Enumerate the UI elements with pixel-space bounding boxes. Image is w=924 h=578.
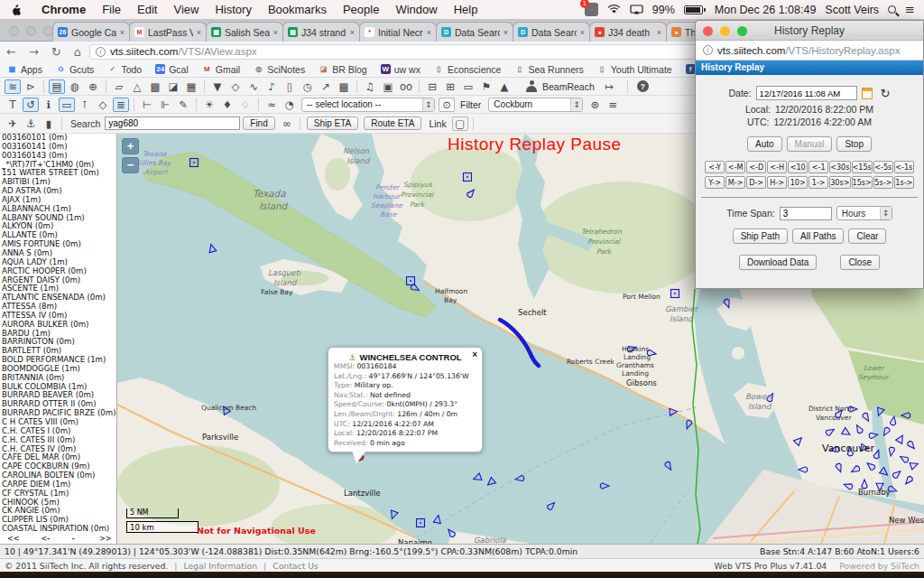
step-back-button[interactable]: <-1 bbox=[808, 161, 828, 173]
chart-box-icon[interactable]: ▩ bbox=[147, 79, 163, 94]
chat-icon[interactable]: ▭ bbox=[460, 79, 476, 94]
ship-path-button[interactable]: Ship Path bbox=[733, 228, 788, 244]
voicemail-icon[interactable]: oo bbox=[398, 79, 414, 94]
fleet-icon[interactable]: ▤ bbox=[49, 79, 65, 94]
info-icon[interactable]: ℹ bbox=[41, 98, 57, 112]
time-span-input[interactable] bbox=[780, 207, 832, 220]
auto-button[interactable]: Auto bbox=[747, 136, 782, 152]
zone-icon[interactable]: ◇ bbox=[227, 79, 244, 94]
popup-close-icon[interactable]: × bbox=[472, 350, 477, 359]
layers-icon[interactable]: ≋ bbox=[5, 79, 21, 94]
wifi-icon[interactable] bbox=[607, 5, 621, 14]
bookmark-gcal[interactable]: 24Gcal bbox=[155, 64, 189, 75]
filter-select[interactable]: Cockburn↕ bbox=[488, 98, 583, 112]
history-clock-icon[interactable]: ◷ bbox=[300, 79, 316, 94]
back-button[interactable]: ← bbox=[0, 45, 23, 59]
tab-close-icon[interactable]: × bbox=[273, 28, 278, 37]
tab-4[interactable]: ▤J34 strand× bbox=[282, 22, 360, 42]
close-button[interactable]: Close bbox=[840, 255, 880, 270]
alarm-bell-icon[interactable]: ♫ bbox=[362, 79, 378, 94]
zoom-window-button[interactable] bbox=[737, 26, 747, 36]
draw-icon[interactable]: ✎ bbox=[175, 98, 191, 112]
menu-user[interactable]: Scott Veirs bbox=[825, 4, 879, 16]
step-back-button[interactable]: <10 bbox=[788, 161, 808, 173]
close-window-button[interactable] bbox=[9, 26, 19, 36]
link-label[interactable]: Link bbox=[429, 118, 446, 129]
replay-date-input[interactable] bbox=[756, 86, 857, 100]
tab-close-icon[interactable]: × bbox=[504, 28, 508, 37]
label-balloon-icon[interactable]: ▭ bbox=[59, 98, 75, 112]
bookmark-econscience[interactable]: ▯Econscience bbox=[434, 64, 502, 75]
home-button[interactable]: ⌂ bbox=[68, 45, 88, 59]
ship-icon[interactable]: ⚓ bbox=[23, 117, 39, 131]
doc-stack-icon[interactable]: ▣ bbox=[380, 79, 396, 94]
time-span-unit-select[interactable]: Hours↕ bbox=[836, 206, 892, 220]
tab-close-icon[interactable]: × bbox=[197, 28, 201, 37]
binoculars-icon[interactable]: ∞ bbox=[279, 117, 295, 131]
light-icon[interactable]: ☀ bbox=[201, 98, 217, 112]
step-back-button[interactable]: <30s bbox=[829, 161, 850, 173]
tab-close-icon[interactable]: × bbox=[350, 28, 355, 37]
tab-2[interactable]: MLastPass V× bbox=[129, 22, 207, 42]
report-icon[interactable]: ▯ bbox=[282, 79, 298, 94]
tab-3[interactable]: ▤Salish Sea× bbox=[206, 22, 283, 42]
stop-button[interactable]: Stop bbox=[836, 136, 872, 152]
menu-item-help[interactable]: Help bbox=[446, 3, 486, 16]
menu-item-chrome[interactable]: Chrome bbox=[33, 3, 94, 16]
bookmark-apps[interactable]: ▦Apps bbox=[7, 64, 42, 75]
clear-button[interactable]: Clear bbox=[848, 228, 886, 244]
route-nodes-icon[interactable]: ∿ bbox=[245, 79, 262, 94]
inbox-down-icon[interactable]: ⊟ bbox=[424, 79, 440, 94]
refresh-icon[interactable]: ↻ bbox=[881, 87, 891, 100]
tab-close-icon[interactable]: × bbox=[657, 28, 661, 37]
globe-grid-icon[interactable]: ⊕ bbox=[85, 79, 101, 94]
menu-item-window[interactable]: Window bbox=[387, 3, 445, 16]
search-input[interactable] bbox=[105, 117, 240, 130]
route-eta-button[interactable]: Route ETA bbox=[364, 117, 421, 130]
menu-item-bookmarks[interactable]: Bookmarks bbox=[260, 3, 335, 16]
sail-plan-icon[interactable]: ⊳ bbox=[23, 79, 39, 94]
ship-eta-button[interactable]: Ship ETA bbox=[307, 117, 359, 130]
beacon-icon[interactable]: ♢ bbox=[237, 98, 254, 112]
close-window-button[interactable] bbox=[703, 26, 713, 36]
find-button[interactable]: Find bbox=[243, 117, 274, 130]
pager-link[interactable]: <- bbox=[41, 535, 50, 544]
pager-link[interactable]: >> bbox=[99, 535, 111, 544]
wind-barb2-icon[interactable]: ⊩ bbox=[157, 98, 173, 112]
step-forward-button[interactable]: 5s-> bbox=[873, 176, 893, 189]
menu-item-file[interactable]: File bbox=[94, 3, 129, 16]
menu-item-view[interactable]: View bbox=[165, 3, 207, 16]
list-icon[interactable]: ≣ bbox=[113, 98, 129, 112]
reload-button[interactable]: ↻ bbox=[45, 45, 68, 59]
diamond-zone-icon[interactable]: ◇ bbox=[95, 98, 111, 112]
vessel-marker[interactable] bbox=[407, 277, 415, 285]
tab-1[interactable]: 26Google Ca× bbox=[52, 22, 130, 42]
fuel-icon[interactable]: ▮ bbox=[41, 117, 57, 131]
notification-center-icon[interactable]: ≡ bbox=[905, 3, 915, 16]
popup-address-bar[interactable]: i vts.siitech.com/VTS/HistoryReplay.aspx bbox=[696, 41, 923, 61]
legal-link[interactable]: Legal Information bbox=[183, 561, 257, 571]
vessel-marker[interactable] bbox=[464, 173, 472, 182]
minimize-window-button[interactable] bbox=[26, 26, 36, 36]
popup-title-bar[interactable]: History Replay bbox=[696, 21, 923, 41]
bookmark-scinotes[interactable]: ◎SciNotes bbox=[254, 64, 305, 75]
step-back-button[interactable]: <-Y bbox=[705, 161, 725, 173]
page-info-icon[interactable]: i bbox=[96, 47, 106, 57]
step-back-button[interactable]: <-5s bbox=[873, 161, 893, 173]
step-back-button[interactable]: <-H bbox=[767, 161, 787, 173]
bookmark-br-blog[interactable]: ◪BR Blog bbox=[319, 64, 367, 75]
step-forward-button[interactable]: 1s-> bbox=[894, 176, 914, 189]
calendar-icon[interactable] bbox=[862, 88, 873, 99]
tiles-icon[interactable]: ▦ bbox=[183, 79, 199, 94]
apple-menu-icon[interactable] bbox=[11, 4, 21, 15]
menu-item-history[interactable]: History bbox=[207, 3, 259, 16]
menu-list-icon[interactable]: ≡ bbox=[605, 98, 621, 112]
text-tool-icon[interactable]: T bbox=[5, 98, 21, 112]
step-back-button[interactable]: <15s bbox=[852, 161, 873, 173]
step-forward-button[interactable]: 1-> bbox=[808, 176, 828, 189]
bookmark-sea-runners[interactable]: ▯Sea Runners bbox=[514, 64, 583, 75]
bookmark-gmail[interactable]: MGmail bbox=[202, 64, 240, 75]
location-select[interactable]: -- select location --↕ bbox=[301, 98, 435, 112]
filter-funnel-icon[interactable]: ▼ bbox=[209, 79, 226, 94]
flag-icon[interactable]: ⚑ bbox=[478, 79, 494, 94]
